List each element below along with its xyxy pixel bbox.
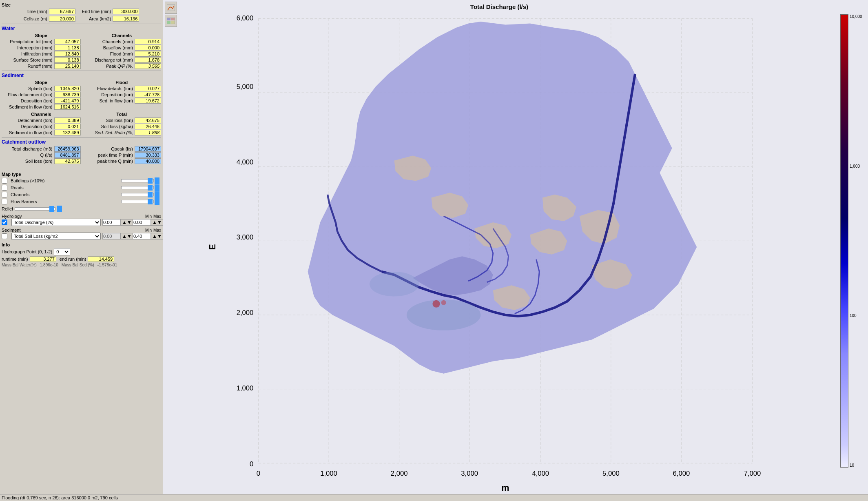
- channels-checkbox[interactable]: [2, 192, 7, 197]
- channels-track[interactable]: [121, 193, 154, 196]
- qpeak-value: 17904.697: [135, 146, 161, 152]
- sediment-ctrl-checkbox[interactable]: [2, 233, 7, 239]
- svg-text:7,000: 7,000: [744, 470, 761, 477]
- splash-value: 1345.820: [54, 86, 81, 91]
- sediment-max-spinner[interactable]: ▲▼: [151, 233, 163, 239]
- status-text: Flooding (dt 0.769 sec, n 26): area 3160…: [2, 495, 118, 500]
- hydrology-checkbox[interactable]: [2, 219, 7, 225]
- channels-blue-bar: [155, 191, 159, 198]
- channels-mm-label: Channels (mm): [102, 39, 133, 44]
- sediment-min-input[interactable]: [102, 233, 121, 239]
- flow-barriers-track[interactable]: [121, 200, 154, 203]
- roads-track[interactable]: [121, 186, 154, 189]
- svg-text:4,000: 4,000: [237, 158, 254, 166]
- runtime-value: 3.277: [30, 256, 56, 262]
- svg-text:5,000: 5,000: [602, 470, 620, 477]
- color-scale: 10,000 1,000 100 10: [840, 14, 865, 468]
- sediment-ctrl-section: Sediment Min Max Total Soil Loss (kg/m2 …: [2, 228, 161, 240]
- map-panel: Total Discharge (l/s) 10,000 1,000 100 1…: [163, 0, 868, 494]
- flow-barriers-row: Flow Barriers: [2, 198, 161, 205]
- peak-qp-label: Peak Q/P (%,: [106, 64, 133, 69]
- flow-det-label: Flow detachment (ton): [8, 92, 52, 97]
- q-ls-value: 8481.897: [54, 152, 81, 158]
- roads-blue-bar: [155, 184, 159, 191]
- buildings-track[interactable]: [121, 179, 154, 182]
- time-label: time (min): [27, 9, 47, 14]
- svg-text:4,000: 4,000: [532, 470, 549, 477]
- buildings-blue-bar: [155, 177, 159, 184]
- precip-value: 47.057: [54, 39, 81, 44]
- flow-barriers-blue-bar: [155, 198, 159, 205]
- sed-in-flow-value: 1624.516: [54, 104, 81, 110]
- graph-btn[interactable]: [165, 2, 177, 14]
- hydrology-dropdown[interactable]: Total Discharge (l/s)Surface Water Depth…: [11, 219, 101, 226]
- svg-text:0: 0: [257, 470, 260, 477]
- sed-in-flow-flood-label: Sed. in flow (ton): [99, 98, 133, 103]
- svg-point-51: [370, 272, 419, 297]
- sed-del-ratio-value: 1.868: [135, 130, 161, 135]
- peak-time-q-value: 40.000: [135, 158, 161, 164]
- hydrology-max-input[interactable]: [133, 219, 151, 226]
- infiltration-value: 12.840: [54, 51, 81, 57]
- runoff-value: 25.140: [54, 63, 81, 69]
- mass-bal-sed-value: -1.578e-01: [97, 263, 117, 267]
- hydrology-min-spinner[interactable]: ▲▼: [121, 219, 133, 226]
- hydrology-max-spinner[interactable]: ▲▼: [151, 219, 163, 226]
- mass-bal-sed-label: Mass Bal Sed (%): [62, 263, 94, 267]
- sediment-max-input[interactable]: [133, 233, 151, 239]
- interception-value: 1.138: [54, 45, 81, 51]
- svg-text:5,000: 5,000: [237, 83, 254, 91]
- sediment-ctrl-dropdown[interactable]: Total Soil Loss (kg/m2: [11, 233, 101, 240]
- deposition-flood-label: Deposition (ton): [101, 92, 133, 97]
- discharge-tot-label: Discharge tot (mm): [95, 58, 133, 62]
- svg-text:2,000: 2,000: [391, 470, 408, 477]
- svg-rect-3: [171, 18, 175, 20]
- hydrology-min-input[interactable]: [102, 219, 121, 226]
- hydrograph-label: Hydrograph Point (0, 1-2): [2, 249, 52, 254]
- channels-mm-value: 0.914: [135, 39, 161, 44]
- svg-text:0: 0: [250, 460, 253, 468]
- qpeak-label: Qpeak (l/s): [111, 146, 133, 151]
- relief-track[interactable]: [15, 207, 55, 211]
- peak-time-p-value: 30.333: [135, 152, 161, 158]
- buildings-label: Buildings (>10%): [11, 178, 120, 183]
- svg-text:3,000: 3,000: [237, 233, 254, 241]
- total-discharge-value: 26459.963: [54, 146, 81, 152]
- end-time-value: 300.000: [113, 9, 139, 14]
- soil-loss-kgha-value: 26.448: [135, 124, 161, 129]
- status-bar: Flooding (dt 0.769 sec, n 26): area 3160…: [0, 494, 868, 501]
- soil-loss-ton-label: Soil loss (ton): [106, 118, 133, 123]
- roads-checkbox[interactable]: [2, 185, 7, 191]
- interception-label: Interception (mm): [17, 45, 52, 50]
- hydrology-section: Hydrology Min Max Total Discharge (l/s)S…: [2, 214, 161, 226]
- splash-label: Splash (ton): [28, 86, 52, 91]
- sediment-min-spinner[interactable]: ▲▼: [121, 233, 133, 239]
- catchment-soil-loss-label: Soil loss (ton): [25, 159, 53, 164]
- sed-in-flow-label: Sediment in flow (ton): [9, 104, 52, 109]
- map-svg: 0 1,000 2,000 3,000 4,000 5,000 6,000 0 …: [179, 0, 831, 494]
- peak-qp-value: 3.565: [135, 63, 161, 69]
- hydrograph-select[interactable]: 012: [54, 248, 70, 255]
- flow-barriers-checkbox[interactable]: [2, 199, 7, 204]
- flow-detach-flood-label: Flow detach. (ton): [97, 86, 133, 91]
- scale-label-min: 10: [850, 463, 862, 468]
- info-section: Info Hydrograph Point (0, 1-2) 012 runti…: [2, 242, 161, 267]
- sediment-ctrl-label: Sediment: [2, 228, 10, 233]
- scale-label-mid2: 100: [850, 313, 862, 318]
- flood-value: 5.210: [135, 51, 161, 57]
- discharge-tot-value: 1.678: [135, 57, 161, 63]
- deposition-value: -421.479: [54, 98, 81, 104]
- runoff-label: Runoff (mm): [28, 64, 53, 69]
- cellsize-value: 20.000: [49, 16, 75, 22]
- deposition-flood-value: -47.728: [135, 92, 161, 98]
- map-btn[interactable]: [165, 15, 177, 27]
- sed-flood-header: Flood: [82, 80, 162, 85]
- area-value: 16.136: [113, 16, 139, 22]
- buildings-checkbox[interactable]: [2, 178, 7, 184]
- svg-text:3,000: 3,000: [461, 470, 478, 477]
- size-section: Size time (min) 67.667 Cellsize (m) 20.0…: [2, 2, 161, 22]
- flow-barriers-label: Flow Barriers: [11, 199, 120, 204]
- sed-in-flow-flood-value: 19.672: [135, 98, 161, 104]
- mass-bal-water-label: Mass Bal Water(%): [2, 263, 37, 267]
- peak-time-q-label: peak time Q (min): [97, 159, 133, 164]
